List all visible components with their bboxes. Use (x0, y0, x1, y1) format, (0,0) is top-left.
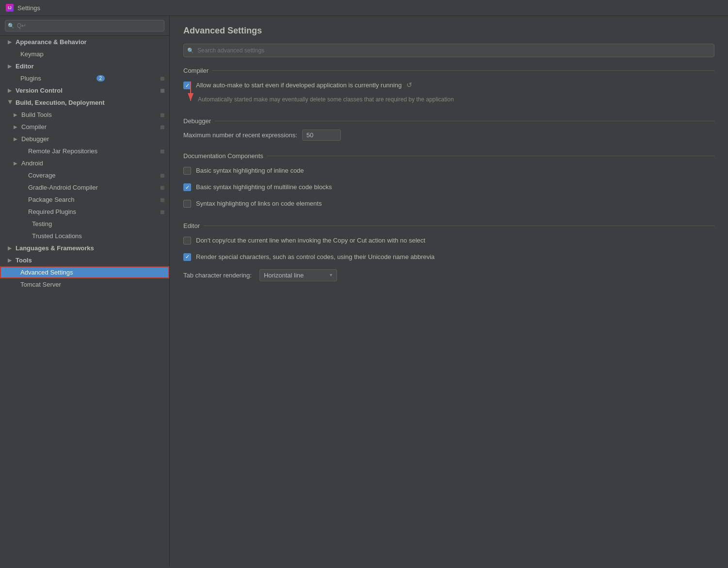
sidebar-item-compiler[interactable]: ▶Compiler▦ (0, 121, 169, 133)
sidebar-search-wrap: 🔍 (5, 20, 164, 32)
sidebar-item-coverage[interactable]: Coverage▦ (0, 169, 169, 181)
sidebar: 🔍 ▶Appearance & BehaviorKeymap▶EditorPlu… (0, 16, 170, 566)
basic-multiline-label: Basic syntax highlighting of multiline c… (196, 183, 332, 192)
grid-icon-coverage: ▦ (160, 173, 164, 178)
sidebar-item-editor[interactable]: ▶Editor (0, 60, 169, 72)
sidebar-item-plugins[interactable]: Plugins2▦ (0, 72, 169, 84)
tab-char-label: Tab character rendering: (183, 272, 252, 279)
sidebar-item-tools[interactable]: ▶Tools (0, 254, 169, 266)
chevron-appearance: ▶ (8, 39, 13, 45)
grid-icon-required-plugins: ▦ (160, 209, 164, 214)
dont-copy-checkbox[interactable] (183, 237, 191, 244)
sidebar-item-testing[interactable]: Testing (0, 218, 169, 230)
sidebar-item-gradle-android[interactable]: Gradle-Android Compiler▦ (0, 181, 169, 194)
sidebar-label-required-plugins: Required Plugins (28, 208, 76, 215)
sidebar-search-icon: 🔍 (8, 23, 15, 29)
sidebar-item-android[interactable]: ▶Android (0, 157, 169, 169)
dont-copy-label: Don't copy/cut the current line when inv… (196, 236, 425, 245)
chevron-android: ▶ (14, 161, 18, 166)
sidebar-label-trusted-locations: Trusted Locations (32, 232, 82, 240)
sidebar-items-container: ▶Appearance & BehaviorKeymap▶EditorPlugi… (0, 36, 169, 291)
sidebar-label-advanced-settings: Advanced Settings (20, 269, 73, 276)
sidebar-label-coverage: Coverage (28, 172, 55, 179)
auto-make-desc: Automatically started make may eventuall… (198, 96, 454, 104)
sidebar-label-tomcat-server: Tomcat Server (20, 281, 61, 288)
sidebar-label-languages-frameworks: Languages & Frameworks (16, 244, 94, 252)
sidebar-label-appearance: Appearance & Behavior (16, 38, 87, 46)
sidebar-item-languages-frameworks[interactable]: ▶Languages & Frameworks (0, 242, 169, 254)
grid-icon-compiler: ▦ (160, 124, 164, 130)
chevron-compiler: ▶ (14, 124, 18, 130)
chevron-tools: ▶ (8, 258, 13, 263)
sidebar-label-testing: Testing (32, 220, 52, 227)
sidebar-item-tomcat-server[interactable]: Tomcat Server (0, 278, 169, 291)
main-layout: 🔍 ▶Appearance & BehaviorKeymap▶EditorPlu… (0, 16, 728, 566)
sidebar-item-build-tools[interactable]: ▶Build Tools▦ (0, 109, 169, 121)
auto-make-reset-icon[interactable]: ↺ (406, 81, 412, 89)
sidebar-label-android: Android (21, 160, 43, 167)
grid-icon-remote-jar: ▦ (160, 148, 164, 154)
sidebar-label-compiler: Compiler (21, 123, 47, 130)
tab-char-select[interactable]: Horizontal line Arrow None (259, 269, 337, 281)
sidebar-item-required-plugins[interactable]: Required Plugins▦ (0, 206, 169, 218)
chevron-languages-frameworks: ▶ (8, 245, 13, 251)
sidebar-item-version-control[interactable]: ▶Version Control▦ (0, 84, 169, 97)
sidebar-label-remote-jar: Remote Jar Repositories (28, 147, 97, 155)
basic-inline-checkbox[interactable] (183, 167, 191, 175)
sidebar-search-area: 🔍 (0, 16, 169, 36)
sidebar-item-build-exec-deploy[interactable]: ▶Build, Execution, Deployment (0, 97, 169, 109)
grid-icon-plugins: ▦ (160, 76, 164, 81)
syntax-links-row: Syntax highlighting of links on code ele… (183, 197, 714, 210)
content-search-area: 🔍 (183, 44, 714, 57)
sidebar-label-package-search: Package Search (28, 196, 74, 203)
content-search-input[interactable] (183, 44, 714, 57)
render-special-checkbox[interactable]: ✓ (183, 253, 191, 261)
render-special-row: ✓ Render special characters, such as con… (183, 251, 714, 263)
auto-make-desc-row: Automatically started make may eventuall… (183, 94, 714, 106)
dont-copy-row: Don't copy/cut the current line when inv… (183, 234, 714, 247)
sidebar-item-advanced-settings[interactable]: Advanced Settings (0, 266, 169, 278)
auto-make-label-wrap: Allow auto-make to start even if develop… (196, 81, 412, 90)
syntax-links-label: Syntax highlighting of links on code ele… (196, 199, 322, 208)
max-recent-row: Maximum number of recent expressions: (183, 130, 714, 141)
auto-make-setting-row: ✓ Allow auto-make to start even if devel… (183, 79, 714, 92)
app-icon: IJ (6, 4, 14, 12)
sidebar-label-tools: Tools (16, 257, 32, 264)
sidebar-label-gradle-android: Gradle-Android Compiler (28, 184, 98, 191)
window-title: Settings (17, 4, 40, 12)
chevron-debugger: ▶ (14, 136, 18, 142)
basic-multiline-checkbox[interactable]: ✓ (183, 183, 191, 191)
page-title: Advanced Settings (183, 26, 714, 36)
tab-char-select-wrap: Horizontal line Arrow None (259, 269, 337, 281)
editor-section: Editor Don't copy/cut the current line w… (183, 222, 714, 281)
compiler-section-title: Compiler (183, 67, 714, 74)
chevron-version-control: ▶ (8, 88, 13, 93)
grid-icon-package-search: ▦ (160, 197, 164, 202)
sidebar-item-remote-jar[interactable]: Remote Jar Repositories▦ (0, 145, 169, 157)
auto-make-label: Allow auto-make to start even if develop… (196, 81, 402, 89)
sidebar-item-package-search[interactable]: Package Search▦ (0, 194, 169, 206)
sidebar-item-debugger[interactable]: ▶Debugger (0, 133, 169, 145)
content-area: Advanced Settings 🔍 Compiler (170, 16, 728, 566)
sidebar-item-appearance[interactable]: ▶Appearance & Behavior (0, 36, 169, 48)
chevron-build-exec-deploy: ▶ (8, 100, 13, 105)
sidebar-label-version-control: Version Control (16, 87, 63, 94)
chevron-editor: ▶ (8, 64, 13, 69)
compiler-section: Compiler ✓ Allow auto-make to start even… (183, 67, 714, 106)
basic-inline-row: Basic syntax highlighting of inline code (183, 164, 714, 177)
sidebar-search-input[interactable] (5, 20, 164, 32)
sidebar-label-editor: Editor (16, 63, 34, 70)
tab-char-row: Tab character rendering: Horizontal line… (183, 269, 714, 281)
debugger-section: Debugger Maximum number of recent expres… (183, 117, 714, 141)
max-recent-label: Maximum number of recent expressions: (183, 131, 297, 139)
grid-icon-build-tools: ▦ (160, 112, 164, 117)
render-special-label: Render special characters, such as contr… (196, 253, 435, 261)
badge-plugins: 2 (97, 75, 105, 81)
debugger-section-title: Debugger (183, 117, 714, 125)
basic-multiline-row: ✓ Basic syntax highlighting of multiline… (183, 181, 714, 194)
sidebar-item-trusted-locations[interactable]: Trusted Locations (0, 230, 169, 242)
sidebar-item-keymap[interactable]: Keymap (0, 48, 169, 60)
auto-make-checkbox[interactable]: ✓ (183, 81, 191, 89)
syntax-links-checkbox[interactable] (183, 200, 191, 208)
max-recent-input[interactable] (302, 130, 341, 141)
